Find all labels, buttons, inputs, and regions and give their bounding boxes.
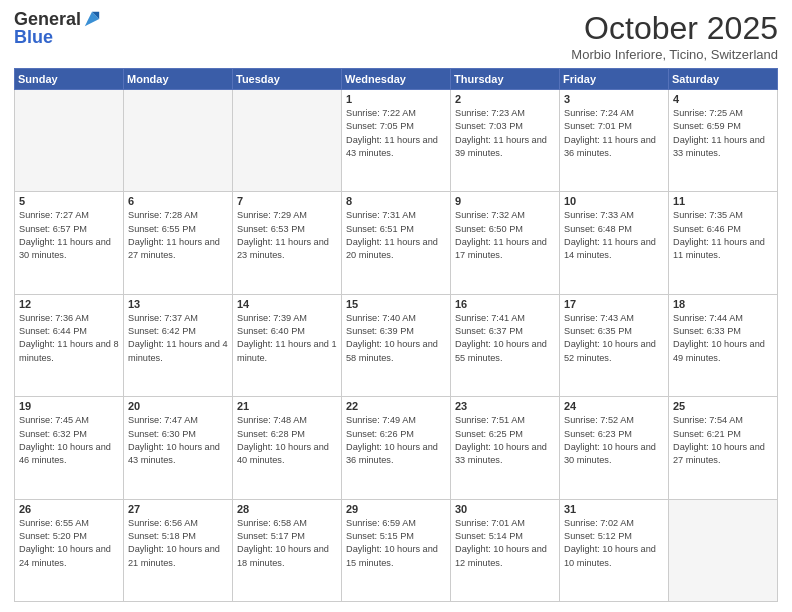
col-tuesday: Tuesday (233, 69, 342, 90)
day-number: 21 (237, 400, 337, 412)
day-info: Sunrise: 7:39 AMSunset: 6:40 PMDaylight:… (237, 312, 337, 365)
calendar-week-row: 26Sunrise: 6:55 AMSunset: 5:20 PMDayligh… (15, 499, 778, 601)
day-number: 24 (564, 400, 664, 412)
calendar-header-row: Sunday Monday Tuesday Wednesday Thursday… (15, 69, 778, 90)
day-number: 9 (455, 195, 555, 207)
day-number: 10 (564, 195, 664, 207)
day-number: 20 (128, 400, 228, 412)
calendar-table: Sunday Monday Tuesday Wednesday Thursday… (14, 68, 778, 602)
day-number: 14 (237, 298, 337, 310)
table-row: 14Sunrise: 7:39 AMSunset: 6:40 PMDayligh… (233, 294, 342, 396)
table-row: 9Sunrise: 7:32 AMSunset: 6:50 PMDaylight… (451, 192, 560, 294)
day-info: Sunrise: 7:48 AMSunset: 6:28 PMDaylight:… (237, 414, 337, 467)
day-number: 3 (564, 93, 664, 105)
page: General Blue October 2025 Morbio Inferio… (0, 0, 792, 612)
table-row: 11Sunrise: 7:35 AMSunset: 6:46 PMDayligh… (669, 192, 778, 294)
day-info: Sunrise: 7:52 AMSunset: 6:23 PMDaylight:… (564, 414, 664, 467)
day-info: Sunrise: 7:37 AMSunset: 6:42 PMDaylight:… (128, 312, 228, 365)
day-number: 28 (237, 503, 337, 515)
table-row: 12Sunrise: 7:36 AMSunset: 6:44 PMDayligh… (15, 294, 124, 396)
table-row: 27Sunrise: 6:56 AMSunset: 5:18 PMDayligh… (124, 499, 233, 601)
table-row: 29Sunrise: 6:59 AMSunset: 5:15 PMDayligh… (342, 499, 451, 601)
day-number: 31 (564, 503, 664, 515)
logo: General Blue (14, 10, 101, 46)
day-number: 26 (19, 503, 119, 515)
day-info: Sunrise: 7:29 AMSunset: 6:53 PMDaylight:… (237, 209, 337, 262)
table-row: 1Sunrise: 7:22 AMSunset: 7:05 PMDaylight… (342, 90, 451, 192)
day-number: 5 (19, 195, 119, 207)
table-row: 19Sunrise: 7:45 AMSunset: 6:32 PMDayligh… (15, 397, 124, 499)
header: General Blue October 2025 Morbio Inferio… (14, 10, 778, 62)
day-info: Sunrise: 7:02 AMSunset: 5:12 PMDaylight:… (564, 517, 664, 570)
logo-icon (83, 10, 101, 28)
logo-blue-text: Blue (14, 28, 53, 46)
table-row: 10Sunrise: 7:33 AMSunset: 6:48 PMDayligh… (560, 192, 669, 294)
table-row (233, 90, 342, 192)
day-number: 19 (19, 400, 119, 412)
table-row: 13Sunrise: 7:37 AMSunset: 6:42 PMDayligh… (124, 294, 233, 396)
day-info: Sunrise: 7:45 AMSunset: 6:32 PMDaylight:… (19, 414, 119, 467)
day-info: Sunrise: 7:40 AMSunset: 6:39 PMDaylight:… (346, 312, 446, 365)
table-row (15, 90, 124, 192)
table-row: 6Sunrise: 7:28 AMSunset: 6:55 PMDaylight… (124, 192, 233, 294)
day-number: 18 (673, 298, 773, 310)
day-info: Sunrise: 7:41 AMSunset: 6:37 PMDaylight:… (455, 312, 555, 365)
table-row: 22Sunrise: 7:49 AMSunset: 6:26 PMDayligh… (342, 397, 451, 499)
day-info: Sunrise: 7:31 AMSunset: 6:51 PMDaylight:… (346, 209, 446, 262)
table-row: 24Sunrise: 7:52 AMSunset: 6:23 PMDayligh… (560, 397, 669, 499)
table-row: 7Sunrise: 7:29 AMSunset: 6:53 PMDaylight… (233, 192, 342, 294)
day-number: 23 (455, 400, 555, 412)
col-monday: Monday (124, 69, 233, 90)
table-row: 17Sunrise: 7:43 AMSunset: 6:35 PMDayligh… (560, 294, 669, 396)
table-row (124, 90, 233, 192)
calendar-week-row: 5Sunrise: 7:27 AMSunset: 6:57 PMDaylight… (15, 192, 778, 294)
table-row: 16Sunrise: 7:41 AMSunset: 6:37 PMDayligh… (451, 294, 560, 396)
day-info: Sunrise: 7:51 AMSunset: 6:25 PMDaylight:… (455, 414, 555, 467)
day-info: Sunrise: 6:58 AMSunset: 5:17 PMDaylight:… (237, 517, 337, 570)
day-info: Sunrise: 7:32 AMSunset: 6:50 PMDaylight:… (455, 209, 555, 262)
day-info: Sunrise: 7:44 AMSunset: 6:33 PMDaylight:… (673, 312, 773, 365)
day-number: 6 (128, 195, 228, 207)
day-number: 12 (19, 298, 119, 310)
table-row: 8Sunrise: 7:31 AMSunset: 6:51 PMDaylight… (342, 192, 451, 294)
day-info: Sunrise: 7:27 AMSunset: 6:57 PMDaylight:… (19, 209, 119, 262)
month-title: October 2025 (571, 10, 778, 47)
day-number: 1 (346, 93, 446, 105)
day-info: Sunrise: 7:49 AMSunset: 6:26 PMDaylight:… (346, 414, 446, 467)
day-info: Sunrise: 6:59 AMSunset: 5:15 PMDaylight:… (346, 517, 446, 570)
day-info: Sunrise: 7:36 AMSunset: 6:44 PMDaylight:… (19, 312, 119, 365)
table-row (669, 499, 778, 601)
table-row: 25Sunrise: 7:54 AMSunset: 6:21 PMDayligh… (669, 397, 778, 499)
col-saturday: Saturday (669, 69, 778, 90)
table-row: 3Sunrise: 7:24 AMSunset: 7:01 PMDaylight… (560, 90, 669, 192)
table-row: 5Sunrise: 7:27 AMSunset: 6:57 PMDaylight… (15, 192, 124, 294)
col-friday: Friday (560, 69, 669, 90)
table-row: 21Sunrise: 7:48 AMSunset: 6:28 PMDayligh… (233, 397, 342, 499)
table-row: 15Sunrise: 7:40 AMSunset: 6:39 PMDayligh… (342, 294, 451, 396)
day-number: 16 (455, 298, 555, 310)
day-info: Sunrise: 7:22 AMSunset: 7:05 PMDaylight:… (346, 107, 446, 160)
day-number: 11 (673, 195, 773, 207)
table-row: 28Sunrise: 6:58 AMSunset: 5:17 PMDayligh… (233, 499, 342, 601)
day-number: 30 (455, 503, 555, 515)
col-thursday: Thursday (451, 69, 560, 90)
day-number: 15 (346, 298, 446, 310)
calendar-week-row: 19Sunrise: 7:45 AMSunset: 6:32 PMDayligh… (15, 397, 778, 499)
day-info: Sunrise: 7:33 AMSunset: 6:48 PMDaylight:… (564, 209, 664, 262)
table-row: 30Sunrise: 7:01 AMSunset: 5:14 PMDayligh… (451, 499, 560, 601)
day-info: Sunrise: 7:47 AMSunset: 6:30 PMDaylight:… (128, 414, 228, 467)
day-info: Sunrise: 7:54 AMSunset: 6:21 PMDaylight:… (673, 414, 773, 467)
day-info: Sunrise: 7:01 AMSunset: 5:14 PMDaylight:… (455, 517, 555, 570)
day-number: 27 (128, 503, 228, 515)
table-row: 4Sunrise: 7:25 AMSunset: 6:59 PMDaylight… (669, 90, 778, 192)
day-number: 13 (128, 298, 228, 310)
day-info: Sunrise: 7:25 AMSunset: 6:59 PMDaylight:… (673, 107, 773, 160)
location: Morbio Inferiore, Ticino, Switzerland (571, 47, 778, 62)
day-info: Sunrise: 7:23 AMSunset: 7:03 PMDaylight:… (455, 107, 555, 160)
table-row: 20Sunrise: 7:47 AMSunset: 6:30 PMDayligh… (124, 397, 233, 499)
day-number: 25 (673, 400, 773, 412)
day-info: Sunrise: 6:55 AMSunset: 5:20 PMDaylight:… (19, 517, 119, 570)
table-row: 18Sunrise: 7:44 AMSunset: 6:33 PMDayligh… (669, 294, 778, 396)
table-row: 31Sunrise: 7:02 AMSunset: 5:12 PMDayligh… (560, 499, 669, 601)
calendar-week-row: 12Sunrise: 7:36 AMSunset: 6:44 PMDayligh… (15, 294, 778, 396)
